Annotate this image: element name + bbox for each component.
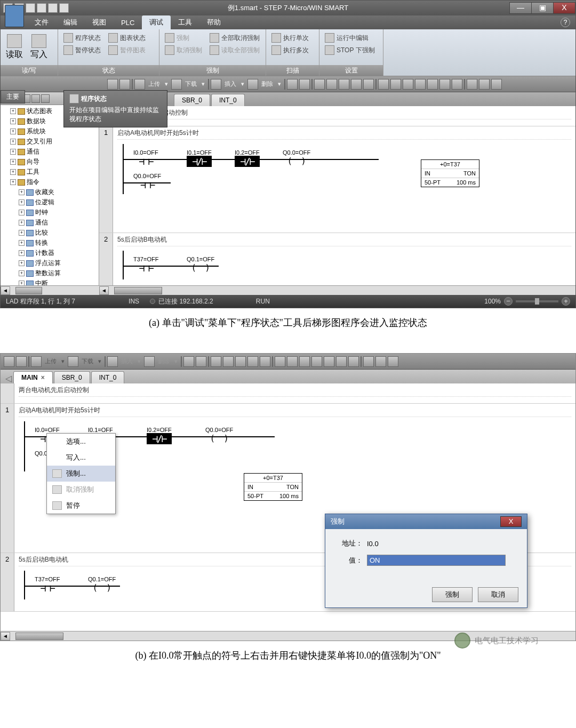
- qat-icon[interactable]: [26, 3, 35, 13]
- qat-icon[interactable]: [37, 3, 46, 13]
- toolbar-button[interactable]: [491, 79, 502, 90]
- tree-item[interactable]: +位逻辑: [1, 197, 99, 207]
- qat-icon[interactable]: [59, 3, 69, 13]
- contact-no[interactable]: Q0.0: [35, 450, 47, 457]
- value-input[interactable]: ON: [367, 555, 506, 566]
- toolbar-button[interactable]: [260, 356, 270, 367]
- toolbar-button[interactable]: [403, 79, 413, 90]
- unforce-all-button[interactable]: 全部取消强制: [209, 33, 261, 43]
- toolbar-button[interactable]: [339, 79, 349, 90]
- tree-tb-icon[interactable]: [41, 94, 50, 103]
- help-icon[interactable]: ?: [561, 18, 570, 27]
- expander-icon[interactable]: +: [10, 169, 16, 175]
- tab-scroll-left[interactable]: ◁: [5, 373, 12, 383]
- app-logo-icon[interactable]: [5, 5, 24, 27]
- qat-icon[interactable]: [48, 3, 58, 13]
- tab-sbr[interactable]: SBR_0: [174, 94, 210, 106]
- dialog-close-button[interactable]: X: [500, 516, 522, 527]
- tree-item[interactable]: +指令: [1, 177, 99, 187]
- close-button[interactable]: X: [553, 2, 575, 14]
- toolbar-button[interactable]: [16, 356, 27, 367]
- toolbar-button[interactable]: [467, 79, 477, 90]
- menu-write[interactable]: 写入...: [47, 450, 115, 466]
- menu-view[interactable]: 视图: [85, 15, 114, 29]
- timer-block[interactable]: +0=T37 INTON 50-PT100 ms: [421, 159, 479, 187]
- tree-item[interactable]: +工具: [1, 167, 99, 177]
- tree-item[interactable]: +计数器: [1, 248, 99, 258]
- toolbar-button[interactable]: [363, 356, 374, 367]
- insert-icon[interactable]: [211, 79, 221, 90]
- horizontal-scrollbar[interactable]: ◄: [99, 285, 575, 295]
- contact-nc[interactable]: I0.2=OFF⊣/⊢: [147, 427, 172, 444]
- toolbar-button[interactable]: [348, 356, 359, 367]
- expander-icon[interactable]: +: [19, 260, 25, 266]
- tree-item[interactable]: +比较: [1, 228, 99, 238]
- toolbar-button[interactable]: [223, 356, 234, 367]
- toolbar-button[interactable]: [351, 79, 362, 90]
- expander-icon[interactable]: +: [10, 149, 16, 155]
- expander-icon[interactable]: +: [19, 240, 25, 246]
- force-cancel-button[interactable]: 取消: [478, 587, 518, 602]
- menu-plc[interactable]: PLC: [114, 17, 142, 29]
- toolbar-button[interactable]: [427, 79, 438, 90]
- ladder-editor[interactable]: 两台电动机先后启动控制 1 启动A电动机同时开始5s计时 I0.0=OFF⊣ ⊢…: [99, 106, 575, 285]
- toolbar-button[interactable]: [326, 79, 337, 90]
- contact-nc[interactable]: I0.1=OFF: [88, 427, 113, 433]
- read-force-button[interactable]: 读取全部强制: [209, 45, 261, 55]
- expander-icon[interactable]: +: [10, 159, 16, 165]
- toolbar-button[interactable]: [287, 356, 298, 367]
- delete-icon[interactable]: [247, 79, 258, 90]
- tab-int[interactable]: INT_0: [211, 94, 245, 106]
- toolbar-button[interactable]: [119, 79, 130, 90]
- toolbar-button[interactable]: [388, 356, 398, 367]
- toolbar-button[interactable]: [247, 356, 258, 367]
- force-ok-button[interactable]: 强制: [432, 587, 473, 602]
- tab-sbr[interactable]: SBR_0: [54, 371, 90, 383]
- force-button[interactable]: 强制: [164, 33, 203, 43]
- expander-icon[interactable]: +: [19, 270, 25, 276]
- upload-icon[interactable]: [134, 79, 145, 90]
- output-coil[interactable]: Q0.0=OFF( ): [283, 149, 310, 167]
- expander-icon[interactable]: +: [19, 250, 25, 256]
- toolbar-button[interactable]: [375, 356, 386, 367]
- toolbar-button[interactable]: [314, 79, 325, 90]
- tree-item[interactable]: +向导: [1, 157, 99, 167]
- tree-item[interactable]: +通信: [1, 147, 99, 157]
- dialog-titlebar[interactable]: 强制X: [325, 514, 527, 529]
- toolbar-button[interactable]: [439, 79, 450, 90]
- tree-item[interactable]: +浮点运算: [1, 258, 99, 268]
- toolbar-button[interactable]: [235, 356, 246, 367]
- expander-icon[interactable]: +: [19, 199, 25, 205]
- expander-icon[interactable]: +: [10, 139, 16, 145]
- menu-options[interactable]: 选项...: [47, 434, 115, 450]
- zoom-in-button[interactable]: +: [562, 297, 570, 306]
- tree-item[interactable]: +整数运算: [1, 268, 99, 278]
- write-button[interactable]: 写入: [28, 31, 50, 63]
- toolbar-button[interactable]: [4, 356, 14, 367]
- pause-status-button[interactable]: 暂停状态: [62, 45, 102, 55]
- unforce-button[interactable]: 取消强制: [164, 45, 203, 55]
- expander-icon[interactable]: +: [19, 230, 25, 236]
- toolbar-button[interactable]: [211, 356, 221, 367]
- toolbar-button[interactable]: [390, 79, 401, 90]
- menu-tools[interactable]: 工具: [171, 15, 199, 29]
- output-coil[interactable]: Q0.1=OFF( ): [88, 576, 116, 594]
- timer-block[interactable]: +0=T37 INTON 50-PT100 ms: [244, 473, 302, 501]
- toolbar-button[interactable]: [287, 79, 298, 90]
- toolbar-button[interactable]: [378, 79, 389, 90]
- tab-int[interactable]: INT_0: [91, 371, 125, 383]
- toolbar-button[interactable]: [336, 356, 347, 367]
- toolbar-button[interactable]: [183, 356, 194, 367]
- menu-force[interactable]: 强制...: [47, 466, 115, 482]
- menu-file[interactable]: 文件: [27, 15, 56, 29]
- output-coil[interactable]: Q0.0=OFF( ): [205, 427, 233, 444]
- expander-icon[interactable]: +: [19, 189, 25, 195]
- chart-status-button[interactable]: 图表状态: [107, 33, 147, 43]
- tree-tb-icon[interactable]: [31, 94, 40, 103]
- delete-icon[interactable]: [144, 356, 155, 367]
- expander-icon[interactable]: +: [10, 179, 16, 185]
- contact-nc[interactable]: I0.2=OFF⊣/⊢: [235, 149, 260, 167]
- tab-main[interactable]: MAIN×: [13, 371, 53, 383]
- toolbar-button[interactable]: [107, 79, 118, 90]
- download-icon[interactable]: [68, 356, 78, 367]
